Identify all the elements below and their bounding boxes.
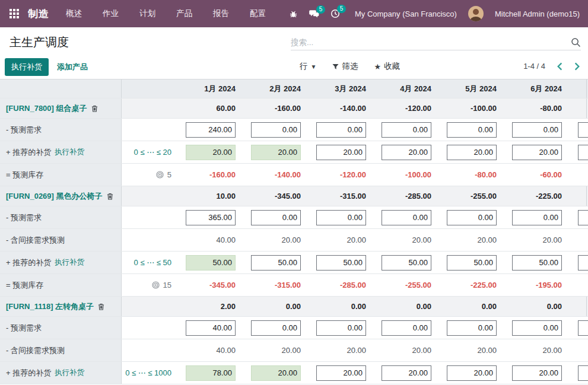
forecast-input[interactable] (512, 145, 562, 160)
replenish-suggest-input[interactable] (251, 145, 301, 160)
month-column-header: 2月 2024 (241, 84, 307, 94)
delete-product-icon[interactable] (98, 303, 104, 310)
forecast-input[interactable] (447, 145, 497, 160)
product-header-row: [FURN_7800] 组合桌子60.00-160.00-140.00-120.… (0, 98, 588, 119)
replenish-suggest-input[interactable] (186, 145, 236, 160)
partial-input[interactable] (578, 210, 588, 225)
forecast-input[interactable] (512, 210, 562, 225)
negative-forecast-value: -345.00 (209, 281, 236, 289)
forecast-input[interactable] (316, 320, 366, 336)
rows-dropdown[interactable]: 行 ▼ (300, 61, 316, 72)
messages-icon[interactable]: 5 (309, 9, 319, 18)
forecast-input[interactable] (316, 365, 366, 381)
forecast-input[interactable] (512, 320, 562, 336)
forecast-input[interactable] (382, 320, 431, 336)
forecast-input[interactable] (316, 210, 366, 225)
replenish-suggest-input[interactable] (251, 365, 301, 381)
app-name[interactable]: 制造 (28, 7, 49, 21)
table-row: - 含间接需求预测40.0020.0020.0020.0020.0020.00 (0, 229, 588, 252)
delete-product-icon[interactable] (107, 193, 113, 200)
activities-clock-icon[interactable]: 5 (330, 9, 340, 18)
replenish-button[interactable]: 执行补货 (5, 58, 49, 76)
pager-previous-icon[interactable] (557, 62, 562, 71)
delete-product-icon[interactable] (91, 105, 98, 112)
menu-item-planning[interactable]: 计划 (138, 6, 157, 21)
forecast-input[interactable] (447, 365, 497, 381)
apps-menu-icon[interactable] (9, 9, 19, 18)
forecast-input[interactable] (251, 210, 301, 225)
forecast-input[interactable] (382, 145, 431, 160)
partial-input[interactable] (578, 122, 588, 138)
forecast-input[interactable] (316, 255, 366, 271)
partial-column (568, 339, 588, 361)
partial-input[interactable] (578, 365, 588, 381)
forecast-input[interactable] (447, 255, 497, 271)
partial-input[interactable] (578, 145, 588, 160)
forecast-input[interactable] (251, 255, 301, 271)
value-cell (176, 210, 241, 225)
product-total-value: -345.00 (275, 192, 301, 201)
avatar[interactable] (468, 6, 484, 21)
value-cell (437, 255, 503, 271)
favorites-dropdown[interactable]: ★ 收藏 (374, 61, 400, 72)
product-total-value: -80.00 (540, 104, 562, 113)
forecast-input[interactable] (512, 365, 562, 381)
forecast-input[interactable] (186, 320, 236, 336)
value-cell: -120.00 (307, 170, 372, 179)
forecast-input[interactable] (316, 145, 366, 160)
forecast-input[interactable] (186, 122, 236, 138)
debug-bug-icon[interactable] (289, 9, 298, 18)
menu-item-reporting[interactable]: 报告 (212, 6, 230, 21)
row-label: = 预测库存 (6, 280, 43, 291)
partial-input[interactable] (578, 320, 588, 336)
value-cell (307, 210, 372, 225)
replenish-link[interactable]: 执行补货 (55, 368, 84, 378)
menu-item-operations[interactable]: 作业 (101, 6, 120, 21)
forecast-input[interactable] (512, 255, 562, 271)
partial-input[interactable] (578, 255, 588, 271)
search-icon[interactable] (571, 37, 581, 47)
filters-dropdown[interactable]: 筛选 (332, 61, 358, 72)
value-cell: 20.00 (503, 346, 568, 355)
negative-forecast-value: -285.00 (340, 281, 366, 289)
replenish-range: 0 ≤ ⋯ ≤ 50 (134, 258, 171, 267)
forecast-input[interactable] (251, 320, 301, 336)
forecast-input[interactable] (382, 122, 431, 138)
product-name-link[interactable]: [FURN_0269] 黑色办公椅子 (6, 191, 103, 202)
product-label-cell: [FURN_7800] 组合桌子 (0, 98, 122, 118)
forecast-input[interactable] (382, 210, 431, 225)
forecast-input[interactable] (447, 210, 497, 225)
menu-item-products[interactable]: 产品 (175, 6, 193, 21)
value-cell: -285.00 (307, 281, 372, 289)
forecast-input[interactable] (382, 365, 431, 381)
value-cell (241, 210, 307, 225)
forecast-input[interactable] (512, 122, 562, 138)
action-buttons: 执行补货 添加产品 (5, 58, 94, 76)
product-total-value: -315.00 (340, 192, 366, 201)
product-name-link[interactable]: [FURN_1118] 左转角桌子 (6, 301, 94, 312)
month-column-header: 4月 2024 (372, 84, 437, 94)
replenish-link[interactable]: 执行补货 (55, 147, 84, 157)
user-menu[interactable]: Mitchell Admin (demo15) (495, 9, 580, 18)
replenish-suggest-input[interactable] (186, 255, 236, 271)
search-input[interactable] (291, 38, 567, 47)
product-name-link[interactable]: [FURN_7800] 组合桌子 (6, 103, 87, 114)
replenish-suggest-input[interactable] (186, 365, 236, 381)
replenish-link[interactable]: 执行补货 (55, 257, 84, 268)
company-switcher[interactable]: My Company (San Francisco) (355, 9, 457, 18)
add-product-button[interactable]: 添加产品 (51, 58, 94, 76)
pager-next-icon[interactable] (574, 62, 580, 71)
topbar: 制造 概述 作业 计划 产品 报告 配置 5 5 My Company (San… (0, 0, 588, 27)
forecast-input[interactable] (251, 122, 301, 138)
product-header-row: [FURN_0269] 黑色办公椅子10.00-345.00-315.00-28… (0, 186, 588, 206)
product-total-cell: 2.00 (176, 302, 241, 311)
forecast-input[interactable] (447, 320, 497, 336)
forecast-input[interactable] (316, 122, 366, 138)
product-total-cell: -140.00 (307, 104, 372, 113)
forecast-input[interactable] (447, 122, 497, 138)
forecast-input[interactable] (382, 255, 431, 271)
forecast-input[interactable] (186, 210, 236, 225)
menu-item-overview[interactable]: 概述 (65, 6, 83, 21)
indicator-cell: 0 ≤ ⋯ ≤ 50 (122, 258, 176, 267)
menu-item-configuration[interactable]: 配置 (249, 6, 267, 21)
